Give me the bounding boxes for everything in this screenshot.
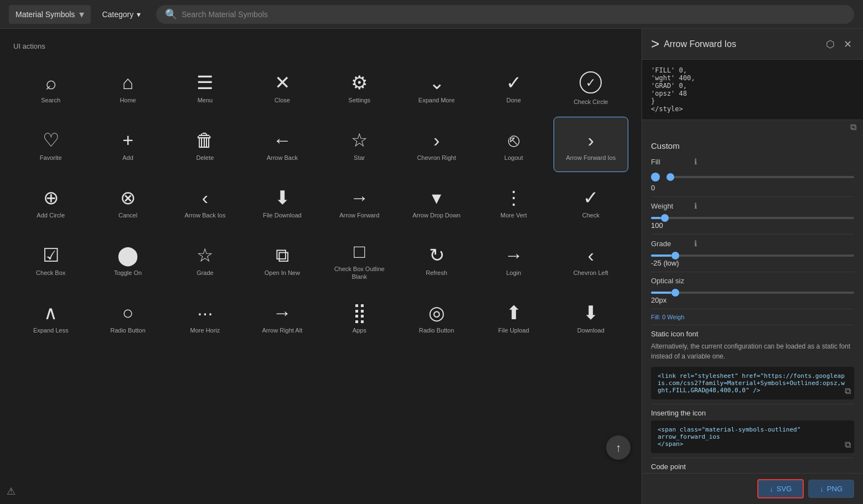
optical-slider-track[interactable] bbox=[651, 292, 854, 294]
icon-symbol-close: ✕ bbox=[275, 73, 290, 92]
share-icon: ⬡ bbox=[826, 39, 835, 50]
code-line-1: 'FILL' 0, bbox=[651, 66, 854, 74]
icon-cell-toggle-on[interactable]: ⬤Toggle On bbox=[90, 232, 165, 287]
insert-title: Inserting the icon bbox=[651, 409, 854, 417]
fill-label: Fill bbox=[651, 158, 690, 166]
fill-info-icon[interactable]: ℹ bbox=[694, 157, 697, 166]
icon-cell-expand-less[interactable]: ∧Expand Less bbox=[13, 289, 88, 345]
icon-cell-logout[interactable]: ⎋Logout bbox=[476, 117, 551, 172]
icon-cell-favorite[interactable]: ♡Favorite bbox=[13, 117, 88, 172]
icon-symbol-toggle-on: ⬤ bbox=[117, 246, 138, 264]
icon-cell-settings[interactable]: ⚙Settings bbox=[322, 59, 397, 115]
icon-cell-check-circle[interactable]: ✓Check Circle bbox=[554, 59, 628, 115]
icon-label-arrow-right-alt: Arrow Right Alt bbox=[262, 326, 302, 334]
icon-cell-more-vert[interactable]: ⋮More Vert bbox=[476, 174, 551, 230]
icon-symbol-refresh: ↻ bbox=[429, 246, 445, 264]
export-svg-button[interactable]: ↓ SVG bbox=[757, 479, 804, 498]
icon-cell-arrow-forward[interactable]: →Arrow Forward bbox=[322, 174, 397, 230]
icon-label-cancel: Cancel bbox=[118, 211, 137, 219]
icon-cell-expand-more[interactable]: ⌄Expand More bbox=[399, 59, 474, 115]
icon-symbol-settings: ⚙ bbox=[351, 73, 368, 92]
search-input[interactable] bbox=[182, 10, 845, 19]
icon-cell-check-box-blank[interactable]: □Check Box Outline Blank bbox=[322, 232, 397, 287]
icon-label-check: Check bbox=[582, 211, 600, 219]
grade-info-icon[interactable]: ℹ bbox=[694, 239, 697, 248]
icon-cell-radio-button2[interactable]: ◎Radio Button bbox=[399, 289, 474, 345]
icon-symbol-download: ⬇ bbox=[583, 303, 598, 322]
insert-code-line2: arrow_forward_ios bbox=[658, 433, 848, 440]
optical-row: Optical siz bbox=[651, 277, 854, 285]
icon-cell-delete[interactable]: 🗑Delete bbox=[168, 117, 242, 172]
divider-1 bbox=[651, 196, 854, 197]
copy-code-button[interactable]: ⧉ bbox=[850, 122, 856, 132]
icon-cell-add-circle[interactable]: ⊕Add Circle bbox=[13, 174, 88, 230]
grade-value: -25 (low) bbox=[651, 259, 854, 267]
export-png-label: PNG bbox=[827, 485, 843, 493]
icon-cell-close[interactable]: ✕Close bbox=[245, 59, 319, 115]
icon-cell-open-in-new[interactable]: ⧉Open In New bbox=[245, 232, 319, 287]
fill-slider-thumb[interactable] bbox=[666, 173, 674, 181]
export-png-button[interactable]: ↓ PNG bbox=[808, 480, 854, 498]
icon-cell-home[interactable]: ⌂Home bbox=[90, 59, 165, 115]
icon-symbol-expand-more: ⌄ bbox=[429, 73, 445, 92]
icon-label-search: Search bbox=[41, 96, 60, 104]
code-copy-row: ⧉ bbox=[642, 120, 863, 134]
grade-slider-track[interactable] bbox=[651, 254, 854, 257]
scroll-to-top-button[interactable]: ↑ bbox=[606, 435, 631, 460]
insert-code-line1: <span class="material-symbols-outlined" bbox=[658, 426, 848, 433]
fill-slider-track[interactable] bbox=[666, 176, 854, 178]
icon-cell-grade[interactable]: ☆Grade bbox=[168, 232, 242, 287]
icon-cell-apps[interactable]: ⣿Apps bbox=[322, 289, 397, 345]
weight-label: Weight bbox=[651, 202, 690, 210]
icon-cell-download[interactable]: ⬇Download bbox=[554, 289, 628, 345]
icon-label-add: Add bbox=[122, 154, 133, 162]
icon-cell-more-horiz[interactable]: ···More Horiz bbox=[168, 289, 242, 345]
right-panel: > Arrow Forward Ios ⬡ ✕ 'FILL' 0, 'wght'… bbox=[642, 29, 863, 504]
icon-symbol-grade: ☆ bbox=[197, 246, 213, 264]
grade-slider-thumb[interactable] bbox=[671, 252, 679, 259]
icon-cell-search[interactable]: ⌕Search bbox=[13, 59, 88, 115]
icon-cell-file-download[interactable]: ⬇File Download bbox=[245, 174, 319, 230]
icon-symbol-radio-button2: ◎ bbox=[428, 303, 445, 322]
icon-cell-radio-button[interactable]: ○Radio Button bbox=[90, 289, 165, 345]
copy-insert-code-button[interactable]: ⧉ bbox=[845, 440, 851, 450]
copy-static-code-button[interactable]: ⧉ bbox=[845, 386, 851, 396]
icon-cell-login[interactable]: →Login bbox=[476, 232, 551, 287]
icon-cell-chevron-right[interactable]: ›Chevron Right bbox=[399, 117, 474, 172]
icon-symbol-add: + bbox=[122, 131, 133, 149]
icon-cell-menu[interactable]: ☰Menu bbox=[168, 59, 242, 115]
icon-cell-cancel[interactable]: ⊗Cancel bbox=[90, 174, 165, 230]
icon-cell-arrow-back[interactable]: ←Arrow Back bbox=[245, 117, 319, 172]
weight-slider-thumb[interactable] bbox=[661, 214, 669, 222]
icon-symbol-arrow-back: ← bbox=[273, 131, 292, 149]
category-btn[interactable]: Category ▾ bbox=[95, 7, 147, 22]
material-symbols-btn[interactable]: Material Symbols ▾ bbox=[9, 5, 91, 24]
optical-slider-thumb[interactable] bbox=[671, 289, 679, 297]
icon-cell-check-box[interactable]: ☑Check Box bbox=[13, 232, 88, 287]
icon-label-arrow-back: Arrow Back bbox=[267, 154, 298, 162]
icon-cell-arrow-right-alt[interactable]: →Arrow Right Alt bbox=[245, 289, 319, 345]
icon-cell-arrow-drop-down[interactable]: ▾Arrow Drop Down bbox=[399, 174, 474, 230]
icon-symbol-apps: ⣿ bbox=[353, 303, 366, 322]
icon-symbol-expand-less: ∧ bbox=[44, 303, 58, 322]
icon-grid-area: UI actions ⌕Search⌂Home☰Menu✕Close⚙Setti… bbox=[0, 29, 642, 504]
icon-cell-add[interactable]: +Add bbox=[90, 117, 165, 172]
icon-cell-chevron-left[interactable]: ‹Chevron Left bbox=[554, 232, 628, 287]
download-svg-icon: ↓ bbox=[769, 485, 773, 493]
share-button[interactable]: ⬡ bbox=[824, 36, 837, 53]
icon-cell-check[interactable]: ✓Check bbox=[554, 174, 628, 230]
icon-cell-file-upload[interactable]: ⬆File Upload bbox=[476, 289, 551, 345]
icon-cell-refresh[interactable]: ↻Refresh bbox=[399, 232, 474, 287]
icon-cell-arrow-back-ios[interactable]: ‹Arrow Back Ios bbox=[168, 174, 242, 230]
icon-symbol-arrow-back-ios: ‹ bbox=[202, 188, 208, 207]
close-panel-button[interactable]: ✕ bbox=[841, 36, 854, 53]
optical-label: Optical siz bbox=[651, 277, 690, 285]
icon-cell-done[interactable]: ✓Done bbox=[476, 59, 551, 115]
icon-label-check-box: Check Box bbox=[36, 269, 65, 277]
icon-label-delete: Delete bbox=[197, 154, 214, 162]
icon-cell-star[interactable]: ☆Star bbox=[322, 117, 397, 172]
weight-slider-track[interactable] bbox=[651, 217, 854, 219]
warning-icon[interactable]: ⚠ bbox=[7, 485, 15, 497]
weight-info-icon[interactable]: ℹ bbox=[694, 201, 697, 210]
icon-cell-arrow-forward-ios[interactable]: ›Arrow Forward Ios bbox=[554, 117, 628, 172]
